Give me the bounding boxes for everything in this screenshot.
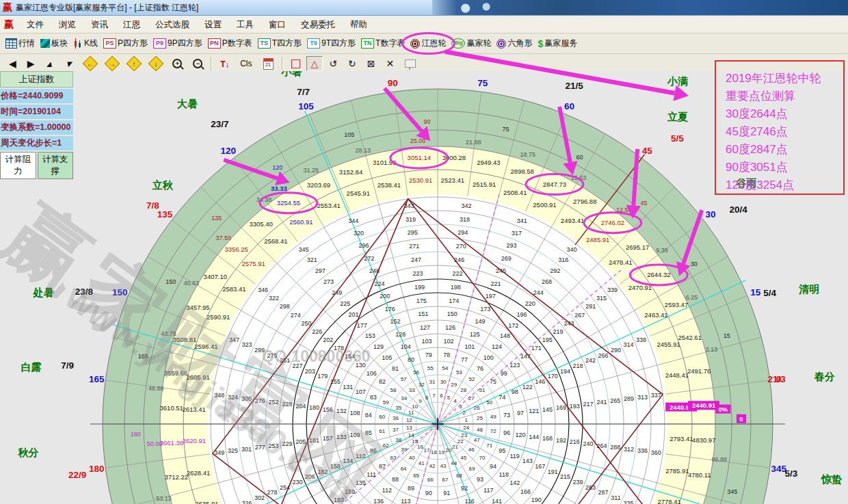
toolbar-item-winner-service[interactable]: $赢家服务: [535, 36, 580, 51]
svg-text:2898.58: 2898.58: [511, 168, 534, 175]
tool-zoom-in[interactable]: +: [168, 56, 187, 71]
menu-item-8[interactable]: 交易委托: [293, 18, 343, 31]
toolbar-item-9p-square[interactable]: P99P四方形: [150, 36, 205, 51]
svg-text:348: 348: [214, 392, 224, 399]
tool-cls[interactable]: Cls: [235, 56, 256, 71]
svg-text:314: 314: [623, 341, 633, 348]
svg-text:219: 219: [553, 328, 564, 335]
tool-rotate-ccw[interactable]: ↺: [324, 56, 342, 71]
svg-text:170: 170: [548, 373, 558, 380]
zoom-in-icon: +: [172, 59, 182, 68]
svg-text:135: 135: [211, 215, 222, 222]
toolbar-item-winner-wheel[interactable]: Big赢家轮: [449, 36, 494, 51]
svg-text:39: 39: [401, 447, 407, 453]
app-logo-icon: 赢: [3, 1, 12, 14]
svg-text:2605.91: 2605.91: [186, 373, 209, 381]
svg-text:3508.81: 3508.81: [173, 336, 196, 343]
tool-pan-right[interactable]: →: [102, 56, 122, 71]
info-panel: 上证指数 价格=2440.9099 时间=20190104 变换系数=1.000…: [0, 71, 73, 179]
tool-pan-up[interactable]: ↑: [124, 56, 144, 71]
tool-pan-left[interactable]: ←: [80, 56, 101, 71]
svg-text:226: 226: [312, 328, 322, 335]
svg-text:53: 53: [456, 369, 462, 375]
toolbar-item-t-square[interactable]: TST四方形: [255, 36, 304, 51]
svg-text:9: 9: [419, 398, 422, 404]
tool-flag-up[interactable]: ▲: [41, 56, 59, 71]
svg-text:23: 23: [461, 432, 467, 438]
menu-item-6[interactable]: 工具: [229, 18, 261, 31]
presentation-icon: [405, 59, 416, 68]
menu-item-5[interactable]: 设置: [197, 18, 229, 31]
svg-text:36: 36: [393, 415, 399, 421]
svg-text:64: 64: [401, 466, 407, 472]
svg-text:91: 91: [443, 490, 450, 496]
tool-page-left[interactable]: ◀: [4, 56, 21, 71]
svg-text:60: 60: [379, 414, 385, 420]
menu-item-2[interactable]: 资讯: [83, 18, 116, 31]
toolbar-item-p-square[interactable]: PSP四方形: [101, 36, 150, 51]
toolbar-item-kline[interactable]: K线: [70, 36, 101, 51]
toolbar-item-gann-wheel[interactable]: 江恩轮: [408, 36, 449, 51]
svg-text:105: 105: [344, 131, 354, 138]
svg-text:立秋: 立秋: [152, 179, 174, 191]
tool-rotate-cw[interactable]: ↻: [343, 56, 361, 71]
menu-item-3[interactable]: 江恩: [116, 18, 148, 31]
tool-page-right[interactable]: ▶: [23, 56, 40, 71]
calc-support-button[interactable]: 计算支撑: [38, 152, 74, 179]
svg-text:2613.41: 2613.41: [182, 406, 205, 413]
svg-text:147: 147: [520, 353, 531, 360]
tool-flag-down[interactable]: ▼: [60, 56, 79, 71]
svg-text:240: 240: [583, 440, 594, 447]
svg-text:8: 8: [425, 395, 429, 401]
svg-text:2746.02: 2746.02: [601, 219, 624, 226]
svg-text:149: 149: [475, 318, 485, 325]
svg-text:109: 109: [350, 432, 360, 438]
toolbar-item-hexagon[interactable]: 六角形: [494, 36, 535, 51]
svg-text:76: 76: [477, 365, 483, 372]
tool-presentation[interactable]: [400, 56, 421, 71]
svg-text:3203.69: 3203.69: [307, 181, 330, 189]
annotation-line-1: 重要点位测算: [726, 88, 843, 105]
toolbar-item-t-number-table[interactable]: TNT数字表: [358, 36, 408, 51]
toolbar-item-9t-square[interactable]: T99T四方形: [304, 36, 358, 51]
toolbar-item-sectors[interactable]: 板块: [38, 36, 70, 51]
menu-item-4[interactable]: 公式选股: [148, 18, 197, 31]
svg-text:59: 59: [383, 399, 389, 406]
calc-resistance-button[interactable]: 计算阻力: [0, 152, 36, 179]
svg-text:88: 88: [392, 476, 399, 483]
tool-flip-vertical[interactable]: T↓: [215, 56, 234, 71]
svg-text:120: 120: [272, 164, 282, 171]
svg-text:200: 200: [380, 293, 390, 300]
svg-text:142: 142: [509, 479, 520, 486]
svg-text:29: 29: [451, 382, 457, 388]
svg-text:192: 192: [556, 437, 566, 444]
menu-item-9[interactable]: 帮助: [343, 18, 375, 31]
svg-text:2644.32: 2644.32: [647, 271, 670, 278]
svg-text:2493.41: 2493.41: [561, 217, 584, 224]
tool-zoom-out[interactable]: −: [188, 56, 207, 71]
toolbar-item-p-number-table[interactable]: PNP数字表: [205, 36, 255, 51]
annotation-line-3: 45度2746点: [726, 123, 843, 141]
svg-text:312: 312: [624, 446, 634, 453]
toolbar-item-market[interactable]: 行情: [3, 36, 38, 51]
svg-text:155: 155: [330, 378, 341, 385]
svg-text:270: 270: [456, 243, 466, 250]
svg-text:3610.51: 3610.51: [160, 404, 183, 412]
tool-pan-down[interactable]: ↓: [146, 56, 166, 71]
svg-text:18.75: 18.75: [520, 151, 535, 158]
menu-item-1[interactable]: 浏览: [51, 18, 83, 31]
menu-item-7[interactable]: 窗口: [261, 18, 293, 31]
tool-calendar[interactable]: 21: [259, 56, 278, 71]
tool-rect-tool[interactable]: [287, 56, 305, 71]
svg-text:2530.91: 2530.91: [409, 176, 432, 184]
svg-text:77: 77: [461, 356, 468, 363]
annotation-line-0: 2019年江恩轮中轮: [726, 70, 843, 88]
tool-center-tool[interactable]: ✕: [381, 56, 399, 71]
svg-text:15: 15: [750, 287, 761, 297]
tool-triangle-tool[interactable]: △: [306, 56, 323, 71]
svg-text:2847.73: 2847.73: [543, 181, 566, 188]
tool-boxed-x[interactable]: ⊠: [362, 56, 380, 71]
svg-text:156: 156: [323, 406, 333, 413]
menu-item-0[interactable]: 文件: [19, 18, 51, 31]
svg-text:7/9: 7/9: [61, 360, 74, 371]
